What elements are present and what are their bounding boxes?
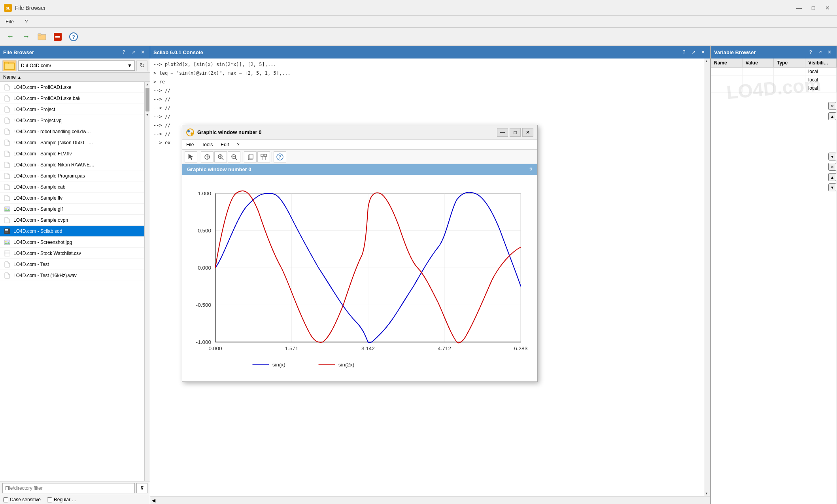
console-line: --> // <box>153 104 701 112</box>
gw-menu-edit[interactable]: Edit <box>219 141 231 148</box>
file-item[interactable]: LO4D.com - Sample FLV.flv <box>0 148 144 159</box>
console-float-btn[interactable]: ↗ <box>690 48 697 56</box>
console-help-btn[interactable]: ? <box>680 48 688 56</box>
fb-close-btn[interactable]: ✕ <box>139 48 147 56</box>
file-icon <box>3 216 11 224</box>
console-close-btn[interactable]: ✕ <box>699 48 707 56</box>
gw-minimize-btn[interactable]: — <box>497 128 508 137</box>
vb-down-right2[interactable]: ▼ <box>828 183 836 191</box>
open-folder-button[interactable] <box>35 30 49 44</box>
file-item[interactable]: LO4D.com - Screenshot.jpg <box>0 237 144 248</box>
vb-close-btn[interactable]: ✕ <box>826 48 833 56</box>
menu-bar: File ? <box>0 16 837 28</box>
vb-close-right[interactable]: ✕ <box>828 102 836 110</box>
vb-down-right[interactable]: ▼ <box>828 153 836 160</box>
svg-text:SL: SL <box>6 6 10 10</box>
svg-text:0.500: 0.500 <box>198 228 211 234</box>
refresh-button[interactable]: ↻ <box>136 60 147 71</box>
file-item[interactable]: LO4D.com - Sample.cab <box>0 181 144 193</box>
scroll-thumb[interactable] <box>145 88 149 111</box>
file-item[interactable]: LO4D.com - Sample Nikon RAW.NE… <box>0 159 144 170</box>
svg-rect-11 <box>4 207 10 211</box>
scroll-down-arrow[interactable]: ▼ <box>145 112 150 117</box>
file-item[interactable]: LO4D.com - Project <box>0 104 144 115</box>
case-sensitive-checkbox[interactable]: Case sensitive <box>3 497 41 502</box>
gw-zoom-in-btn[interactable] <box>214 151 227 162</box>
file-name: LO4D.com - Project <box>13 107 55 112</box>
minimize-button[interactable]: — <box>794 2 805 13</box>
console-prev[interactable]: ◀ <box>152 498 155 503</box>
file-filter-input[interactable] <box>2 483 135 493</box>
gw-content-header: Graphic window number 0 ? <box>182 164 537 175</box>
gw-pointer-btn[interactable] <box>185 151 197 162</box>
fb-float-btn[interactable]: ↗ <box>129 48 137 56</box>
svg-rect-39 <box>264 154 266 157</box>
gw-zoom-fit-btn[interactable] <box>201 151 214 162</box>
file-item[interactable]: LO4D.com - ProfiCAD1.sxe <box>0 82 144 93</box>
path-box[interactable]: D:\LO4D.com\ ▼ <box>18 60 135 71</box>
file-name: LO4D.com - Stock Watchlist.csv <box>13 251 81 256</box>
stop-button[interactable] <box>51 30 65 44</box>
file-item[interactable]: LO4D.com - Test (16kHz).wav <box>0 270 144 281</box>
gw-menu-file[interactable]: File <box>185 141 195 148</box>
console-scroll-down[interactable]: ▼ <box>704 491 710 496</box>
file-item[interactable]: LO4D.com - ProfiCAD1.sxe.bak <box>0 93 144 104</box>
file-name: LO4D.com - Sample.cab <box>13 184 65 190</box>
gw-zoom-out-btn[interactable] <box>228 151 240 162</box>
fb-help-btn[interactable]: ? <box>120 48 128 56</box>
file-item[interactable]: LO4D.com - robot handling cell.dw… <box>0 126 144 137</box>
file-browser-toolbar: D:\LO4D.com\ ▼ ↻ <box>0 59 150 73</box>
file-item[interactable]: LO4D.com - Sample.flv <box>0 193 144 204</box>
window-controls: — □ ✕ <box>794 2 833 13</box>
vb-up-right[interactable]: ▲ <box>828 112 836 120</box>
scroll-up-arrow[interactable]: ▲ <box>145 82 150 87</box>
close-button[interactable]: ✕ <box>822 2 833 13</box>
file-item[interactable]: LO4D.com - Scilab.sod <box>0 226 144 237</box>
file-item[interactable]: LO4D.com - Stock Watchlist.csv <box>0 248 144 259</box>
file-list-scrollbar[interactable]: ▲ ▼ <box>144 82 150 481</box>
vb-help-btn[interactable]: ? <box>807 48 814 56</box>
gw-window-controls: — □ ✕ <box>497 128 533 137</box>
var-row: local <box>711 84 837 92</box>
file-item[interactable]: LO4D.com - Sample.gif <box>0 204 144 215</box>
gw-menu-tools[interactable]: Tools <box>200 141 214 148</box>
file-item[interactable]: LO4D.com - Project.vpj <box>0 115 144 126</box>
vb-up-right2[interactable]: ▲ <box>828 173 836 181</box>
file-icon <box>3 106 11 113</box>
forward-button[interactable]: → <box>19 30 33 44</box>
var-col-visibility: Visibili… <box>805 59 837 67</box>
gw-maximize-btn[interactable]: □ <box>510 128 521 137</box>
sort-arrow: ▲ <box>17 75 21 79</box>
gw-menu-help[interactable]: ? <box>235 141 241 148</box>
file-icon <box>3 83 11 91</box>
menu-file[interactable]: File <box>3 18 16 25</box>
file-item[interactable]: LO4D.com - Sample (Nikon D500 - … <box>0 137 144 148</box>
file-name: LO4D.com - Sample (Nikon D500 - … <box>13 140 93 145</box>
title-bar: SL File Browser — □ ✕ <box>0 0 837 16</box>
menu-help[interactable]: ? <box>23 18 30 25</box>
regular-checkbox[interactable]: Regular … <box>47 497 76 502</box>
console-scrollbar[interactable]: ▲ ▼ <box>704 59 710 496</box>
gw-close-btn[interactable]: ✕ <box>522 128 533 137</box>
file-item[interactable]: LO4D.com - Sample.ovpn <box>0 215 144 226</box>
gw-copy-btn[interactable] <box>244 151 257 162</box>
maximize-button[interactable]: □ <box>808 2 819 13</box>
vb-float-btn[interactable]: ↗ <box>816 48 824 56</box>
file-browser-header: File Browser ? ↗ ✕ <box>0 46 150 59</box>
console-line: --> // <box>153 86 701 95</box>
help-button[interactable]: ? <box>66 30 81 44</box>
vb-close-right2[interactable]: ✕ <box>828 163 836 171</box>
gw-data-btn[interactable] <box>257 151 270 162</box>
file-item[interactable]: LO4D.com - Sample Program.pas <box>0 170 144 181</box>
svg-text:sin(2x): sin(2x) <box>338 362 355 368</box>
file-icon <box>3 117 11 125</box>
console-scroll-up[interactable]: ▲ <box>704 59 710 64</box>
back-button[interactable]: ← <box>3 30 17 44</box>
filter-button[interactable]: ⊽ <box>136 483 147 493</box>
file-browser-panel: File Browser ? ↗ ✕ D:\LO4D.com\ ▼ ↻ Name… <box>0 46 150 504</box>
gw-app-icon <box>186 128 194 136</box>
gw-help-toolbar-btn[interactable]: ? <box>274 151 286 162</box>
gw-plot-area: 1.000 0.500 0.000 -0.500 -1.000 0.000 1.… <box>182 175 537 381</box>
file-item[interactable]: LO4D.com - Test <box>0 259 144 270</box>
file-icon <box>3 183 11 191</box>
